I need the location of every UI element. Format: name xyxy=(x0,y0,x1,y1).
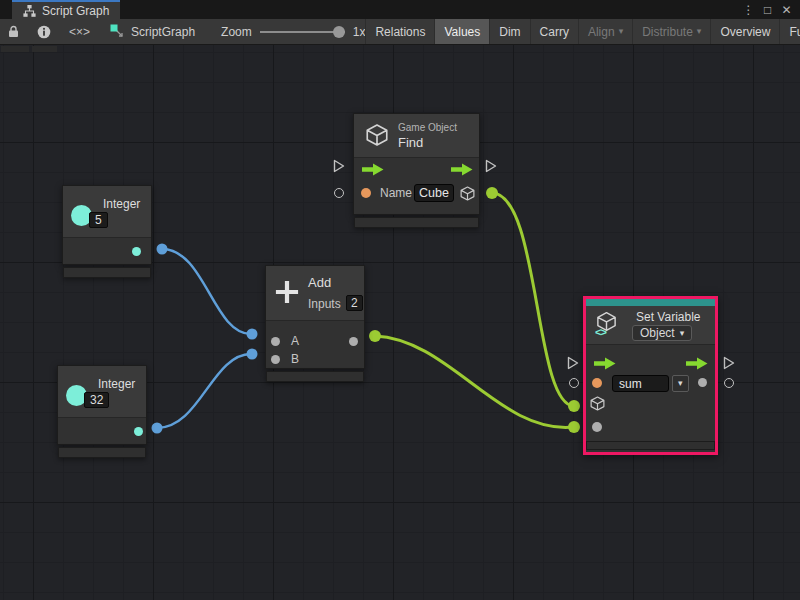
port-b-label: B xyxy=(291,352,299,366)
script-graph-window: Script Graph ⋮ □ ✕ <×> xyxy=(0,0,800,600)
toolbar-commands: Relations Values Dim Carry Align ▾ Distr… xyxy=(365,19,800,44)
inputs-count-field[interactable]: 2 xyxy=(346,295,363,311)
close-icon[interactable]: ✕ xyxy=(779,3,794,17)
code-icon: <×> xyxy=(69,25,90,39)
wire-endpoint xyxy=(152,423,163,434)
title-bar: Script Graph ⋮ □ ✕ xyxy=(0,0,800,19)
name-input-field[interactable]: Cube xyxy=(414,184,454,202)
wire-integer5-to-add-a[interactable] xyxy=(162,249,251,334)
graph-hierarchy-icon xyxy=(23,5,36,17)
value-out-marker[interactable] xyxy=(724,378,734,388)
node-footer xyxy=(63,267,151,278)
chevron-down-icon: ▾ xyxy=(680,329,685,338)
integer-value-field[interactable]: 5 xyxy=(89,212,108,228)
input-value-port[interactable] xyxy=(592,422,602,432)
align-button[interactable]: Align ▾ xyxy=(578,19,632,44)
flow-out-marker[interactable] xyxy=(485,159,497,173)
inputs-label: Inputs xyxy=(308,297,341,311)
zoom-label: Zoom xyxy=(221,25,252,39)
chevron-down-icon: ▾ xyxy=(619,27,624,36)
script-graph-icon xyxy=(110,24,125,39)
zoom-slider-handle[interactable] xyxy=(333,26,345,38)
output-port[interactable] xyxy=(134,427,143,436)
wire-endpoint xyxy=(568,421,580,433)
gameobject-output-port[interactable] xyxy=(459,185,476,202)
flow-out-marker[interactable] xyxy=(723,356,735,370)
window-menu-icon[interactable]: ⋮ xyxy=(741,3,756,17)
wire-endpoint xyxy=(568,400,580,412)
add-icon xyxy=(273,278,301,306)
maximize-icon[interactable]: □ xyxy=(760,3,775,17)
port-a-label: A xyxy=(291,334,299,348)
fullscreen-button[interactable]: Full Screen xyxy=(779,19,800,44)
wire-find-to-setvariable[interactable] xyxy=(492,193,574,406)
node-footer xyxy=(58,447,146,458)
gameobject-cube-icon xyxy=(364,122,390,148)
overview-button[interactable]: Overview xyxy=(710,19,779,44)
zoom-control: Zoom 1x xyxy=(221,25,365,39)
node-category: Game Object xyxy=(398,122,457,133)
lock-icon xyxy=(8,25,19,38)
zoom-value: 1x xyxy=(353,25,366,39)
variable-kind-dropdown[interactable]: Object ▾ xyxy=(632,325,692,341)
graph-name: ScriptGraph xyxy=(131,25,195,39)
node-add[interactable]: Add Inputs 2 A B xyxy=(265,265,365,369)
node-title: Integer xyxy=(103,197,140,211)
relations-button[interactable]: Relations xyxy=(365,19,434,44)
flow-in-arrow-icon[interactable] xyxy=(594,357,616,370)
graph-toolbar: <×> ScriptGraph Zoom 1x Relations Values xyxy=(0,19,800,45)
value-in-marker[interactable] xyxy=(334,188,344,198)
node-title: Set Variable xyxy=(636,310,700,324)
code-view-button[interactable]: <×> xyxy=(61,19,98,44)
target-object-port[interactable] xyxy=(589,395,606,412)
wire-endpoint xyxy=(486,187,498,199)
variable-brackets-icon: <> xyxy=(595,326,606,338)
distribute-button[interactable]: Distribute ▾ xyxy=(632,19,710,44)
flow-out-arrow-icon[interactable] xyxy=(451,163,473,176)
output-value-port[interactable] xyxy=(698,378,707,387)
variable-name-field[interactable]: sum xyxy=(612,375,669,392)
chevron-down-icon: ▾ xyxy=(697,27,702,36)
info-icon xyxy=(37,25,51,39)
node-gameobject-find[interactable]: Game Object Find Name Cube xyxy=(353,113,480,215)
input-port-b[interactable] xyxy=(271,355,280,364)
wire-endpoint xyxy=(247,349,258,360)
carry-button[interactable]: Carry xyxy=(530,19,578,44)
integer-value-field[interactable]: 32 xyxy=(84,392,109,408)
flow-in-arrow-icon[interactable] xyxy=(362,163,384,176)
values-button[interactable]: Values xyxy=(434,19,489,44)
lock-button[interactable] xyxy=(0,19,27,44)
node-set-variable[interactable]: <> Set Variable Object ▾ sum ▾ xyxy=(583,296,718,455)
node-integer-5[interactable]: Integer 5 xyxy=(62,185,152,265)
chevron-down-icon: ▾ xyxy=(678,379,683,388)
node-footer xyxy=(586,441,715,450)
node-footer xyxy=(266,371,364,382)
node-integer-32[interactable]: Integer 32 xyxy=(57,365,147,445)
flow-in-marker[interactable] xyxy=(567,356,579,370)
graph-breadcrumb[interactable]: ScriptGraph xyxy=(98,24,207,39)
output-port[interactable] xyxy=(132,247,141,256)
tab-title: Script Graph xyxy=(42,4,109,18)
node-footer xyxy=(354,217,479,228)
variable-color-strip xyxy=(586,299,715,306)
tab-script-graph[interactable]: Script Graph xyxy=(12,0,120,19)
dim-button[interactable]: Dim xyxy=(489,19,529,44)
flow-in-marker[interactable] xyxy=(333,159,345,173)
node-title: Integer xyxy=(98,377,135,391)
flow-out-arrow-icon[interactable] xyxy=(686,357,708,370)
wire-endpoint xyxy=(247,329,258,340)
variable-name-dropdown[interactable]: ▾ xyxy=(672,375,689,392)
info-button[interactable] xyxy=(27,19,61,44)
name-input-port[interactable] xyxy=(361,188,371,198)
input-port-a[interactable] xyxy=(271,337,280,346)
output-port-sum[interactable] xyxy=(349,337,358,346)
zoom-slider[interactable] xyxy=(260,26,345,38)
wire-endpoint xyxy=(369,330,381,342)
window-controls: ⋮ □ ✕ xyxy=(741,0,800,19)
node-title: Find xyxy=(398,135,423,150)
variable-name-port[interactable] xyxy=(592,378,602,388)
node-title: Add xyxy=(308,275,331,290)
wire-integer32-to-add-b[interactable] xyxy=(157,354,251,428)
value-in-marker[interactable] xyxy=(569,378,579,388)
graph-canvas[interactable]: Integer 5 Integer 32 xyxy=(0,45,800,600)
